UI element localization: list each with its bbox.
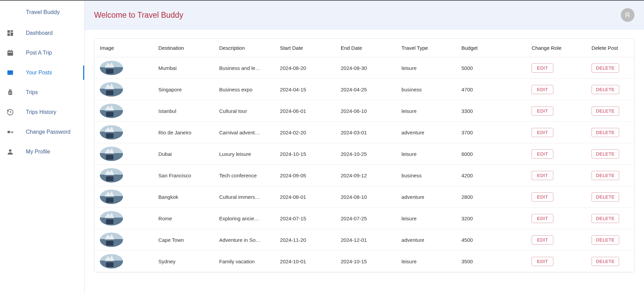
- edit-button[interactable]: EDIT: [532, 257, 553, 266]
- cell-start-date: 2024-09-05: [276, 165, 337, 186]
- cell-delete-post: DELETE: [587, 251, 634, 272]
- svg-point-14: [7, 131, 10, 133]
- table-row: BangkokCultural immers…2024-08-012024-08…: [94, 186, 634, 208]
- sidebar-item-dashboard[interactable]: Dashboard: [0, 23, 84, 43]
- svg-rect-10: [9, 91, 12, 95]
- cell-delete-post: DELETE: [587, 79, 634, 100]
- delete-button[interactable]: DELETE: [592, 171, 619, 180]
- delete-button[interactable]: DELETE: [592, 106, 619, 116]
- column-header: Image: [94, 39, 154, 57]
- table-header-row: ImageDestinationDescriptionStart DateEnd…: [94, 39, 634, 57]
- sidebar-item-label: My Profile: [26, 149, 50, 155]
- cell-start-date: 2024-10-15: [276, 143, 337, 165]
- cell-end-date: 2024-04-25: [337, 79, 397, 100]
- edit-button[interactable]: EDIT: [532, 63, 553, 73]
- cell-end-date: 2024-06-10: [337, 100, 397, 122]
- avatar[interactable]: R: [621, 8, 634, 22]
- cell-budget: 4700: [457, 79, 527, 100]
- cell-destination: Bangkok: [154, 186, 215, 208]
- cell-end-date: 2024-07-25: [337, 208, 397, 229]
- cell-description: Luxury leisure: [215, 143, 276, 165]
- table-row: SingaporeBusiness expo2024-04-152024-04-…: [94, 79, 634, 100]
- column-header: Destination: [154, 39, 215, 57]
- edit-button[interactable]: EDIT: [532, 128, 553, 137]
- cell-change-role: EDIT: [527, 122, 587, 143]
- cell-change-role: EDIT: [527, 165, 587, 186]
- sidebar-item-post-a-trip[interactable]: Post A Trip: [0, 43, 84, 63]
- cell-travel-type: business: [397, 79, 457, 100]
- trip-thumbnail: [100, 104, 123, 118]
- trip-thumbnail: [100, 254, 123, 268]
- posts-table: ImageDestinationDescriptionStart DateEnd…: [94, 39, 634, 272]
- cell-image: [94, 229, 154, 251]
- cell-destination: Rome: [154, 208, 215, 229]
- delete-button[interactable]: DELETE: [592, 235, 619, 245]
- sidebar: Travel Buddy DashboardPost A TripYour Po…: [0, 1, 85, 294]
- cell-budget: 6000: [457, 143, 527, 165]
- svg-rect-8: [8, 52, 13, 53]
- cell-travel-type: adventure: [397, 229, 457, 251]
- column-header: Description: [215, 39, 276, 57]
- cell-image: [94, 208, 154, 229]
- cell-description: Tech conference: [215, 165, 276, 186]
- delete-button[interactable]: DELETE: [592, 128, 619, 137]
- cell-delete-post: DELETE: [587, 122, 634, 143]
- delete-button[interactable]: DELETE: [592, 192, 619, 202]
- edit-button[interactable]: EDIT: [532, 85, 553, 94]
- cell-destination: Sydney: [154, 251, 215, 272]
- cell-travel-type: leisure: [397, 251, 457, 272]
- sidebar-item-change-password[interactable]: Change Password: [0, 122, 84, 142]
- edit-button[interactable]: EDIT: [532, 235, 553, 245]
- main: Welcome to Travel Buddy R ImageDestinati…: [85, 1, 644, 294]
- cell-destination: Singapore: [154, 79, 215, 100]
- delete-button[interactable]: DELETE: [592, 149, 619, 159]
- cell-image: [94, 165, 154, 186]
- edit-button[interactable]: EDIT: [532, 106, 553, 116]
- cell-change-role: EDIT: [527, 229, 587, 251]
- trip-thumbnail: [100, 147, 123, 161]
- cell-start-date: 2024-06-01: [276, 100, 337, 122]
- posts-table-card: ImageDestinationDescriptionStart DateEnd…: [94, 39, 634, 273]
- cell-start-date: 2024-02-20: [276, 122, 337, 143]
- svg-rect-1: [11, 30, 13, 32]
- cell-destination: Istanbul: [154, 100, 215, 122]
- cell-description: Cultural immers…: [215, 186, 276, 208]
- brand-title: Travel Buddy: [0, 4, 84, 23]
- delete-button[interactable]: DELETE: [592, 85, 619, 94]
- cell-destination: Rio de Janeiro: [154, 122, 215, 143]
- cell-end-date: 2024-10-25: [337, 143, 397, 165]
- key-icon: [6, 128, 14, 136]
- cell-budget: 3500: [457, 251, 527, 272]
- trip-thumbnail: [100, 211, 123, 225]
- cell-start-date: 2024-08-20: [276, 57, 337, 79]
- page-title: Welcome to Travel Buddy: [94, 11, 183, 20]
- table-row: MumbaiBusiness and le…2024-08-202024-08-…: [94, 57, 634, 79]
- dashboard-icon: [6, 29, 14, 37]
- cell-image: [94, 100, 154, 122]
- delete-button[interactable]: DELETE: [592, 214, 619, 223]
- trip-thumbnail: [100, 190, 123, 204]
- edit-button[interactable]: EDIT: [532, 192, 553, 202]
- edit-button[interactable]: EDIT: [532, 214, 553, 223]
- svg-rect-15: [10, 132, 13, 132]
- delete-button[interactable]: DELETE: [592, 257, 619, 266]
- sidebar-item-your-posts[interactable]: Your Posts: [0, 63, 84, 83]
- column-header: End Date: [337, 39, 397, 57]
- cell-destination: Dubai: [154, 143, 215, 165]
- delete-button[interactable]: DELETE: [592, 63, 619, 73]
- cell-change-role: EDIT: [527, 208, 587, 229]
- header: Welcome to Travel Buddy R: [85, 1, 644, 30]
- trip-thumbnail: [100, 168, 123, 182]
- cell-travel-type: leisure: [397, 208, 457, 229]
- sidebar-item-my-profile[interactable]: My Profile: [0, 142, 84, 162]
- sidebar-item-trips[interactable]: Trips: [0, 83, 84, 102]
- edit-button[interactable]: EDIT: [532, 149, 553, 159]
- sidebar-item-trips-history[interactable]: Trips History: [0, 102, 84, 122]
- table-row: RomeExploring ancie…2024-07-152024-07-25…: [94, 208, 634, 229]
- trip-thumbnail: [100, 61, 123, 75]
- svg-rect-11: [9, 90, 11, 91]
- table-row: Cape TownAdventure in So…2024-11-202024-…: [94, 229, 634, 251]
- trip-thumbnail: [100, 233, 123, 247]
- edit-button[interactable]: EDIT: [532, 171, 553, 180]
- cell-budget: 5000: [457, 57, 527, 79]
